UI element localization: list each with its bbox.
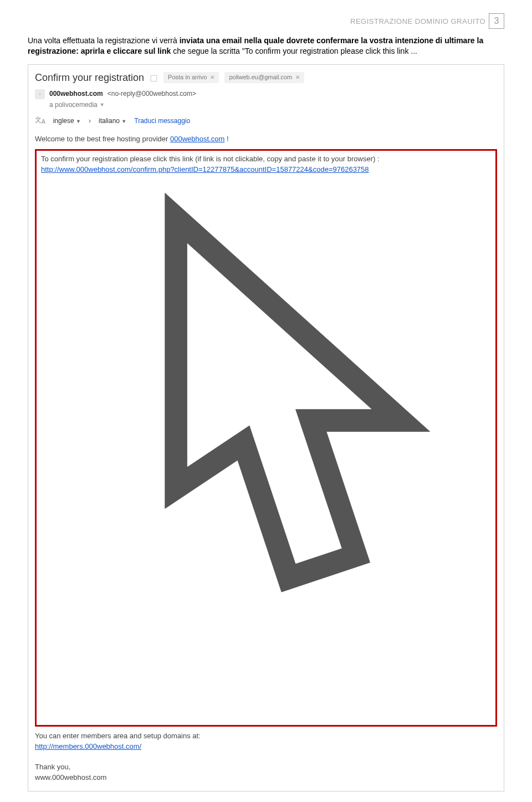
lang-to[interactable]: italiano ▼ [99, 116, 126, 126]
chevron-down-icon[interactable]: ▼ [100, 101, 105, 109]
sender-name: 000webhost.com [49, 89, 103, 99]
members-text: You can enter members area and setup dom… [35, 731, 497, 742]
close-icon[interactable]: ✕ [210, 74, 214, 82]
translate-icon: 文A [35, 115, 45, 126]
email-subject-row: Confirm your registration ◻ Posta in arr… [35, 70, 497, 85]
welcome-a: Welcome to the best free hosting provide… [35, 135, 170, 143]
header-title: REGISTRAZIONE DOMINIO GRAUITO [350, 17, 485, 27]
cursor-icon [41, 173, 491, 716]
arrow-right-icon: › [89, 116, 91, 126]
translate-link[interactable]: Traduci messaggio [134, 116, 190, 126]
email-subject: Confirm your registration [35, 70, 144, 85]
signature: www.000webhost.com [35, 773, 497, 783]
confirm-text: To confirm your registration please clic… [41, 154, 491, 165]
thanks: Thank you, [35, 762, 497, 773]
members-link[interactable]: http://members.000webhost.com/ [35, 742, 141, 750]
recipient: a polivocemedia [49, 100, 98, 110]
chip-address[interactable]: poliweb.eu@gmail.com✕ [224, 72, 304, 83]
page-number-badge: 3 [489, 13, 504, 29]
translate-row: 文A inglese ▼ › italiano ▼ Traduci messag… [35, 115, 497, 126]
confirm-highlight-block: To confirm your registration please clic… [35, 149, 497, 727]
email-confirm-panel: Confirm your registration ◻ Posta in arr… [28, 64, 504, 791]
lang-from[interactable]: inglese ▼ [53, 116, 81, 126]
sender-row: ◦ 000webhost.com <no-reply@000webhost.co… [35, 89, 497, 99]
welcome-b: ! [224, 135, 228, 143]
recipient-row: a polivocemedia▼ [49, 100, 497, 110]
chip-inbox[interactable]: Posta in arrivo✕ [163, 72, 219, 83]
chevron-down-icon: ▼ [121, 119, 126, 124]
sender-addr: <no-reply@000webhost.com> [108, 89, 196, 99]
email-body: Welcome to the best free hosting provide… [35, 134, 497, 783]
label-icon: ◻ [150, 70, 158, 85]
welcome-link[interactable]: 000webhost.com [170, 135, 224, 143]
chevron-down-icon: ▼ [76, 119, 81, 124]
close-icon[interactable]: ✕ [295, 74, 300, 82]
confirm-link[interactable]: http://www.000webhost.com/confirm.php?cl… [41, 165, 369, 173]
avatar-icon: ◦ [35, 89, 45, 99]
intro-paragraph: Una volta effettuata la registrazione vi… [28, 35, 504, 57]
intro-mid: che segue la scritta "To confirm your re… [171, 47, 417, 55]
page-header: REGISTRAZIONE DOMINIO GRAUITO 3 [28, 17, 504, 35]
intro-pre: Una volta effettuata la registrazione vi… [28, 36, 180, 45]
